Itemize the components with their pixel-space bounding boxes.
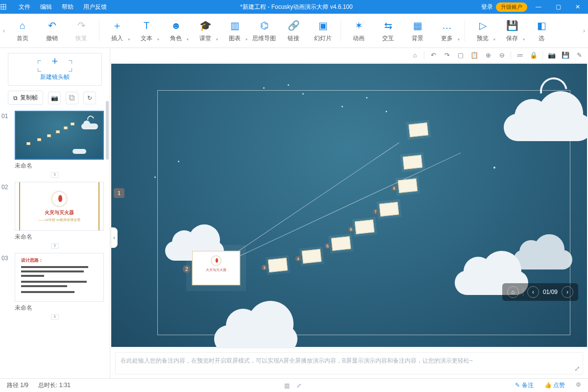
path-node[interactable] [403, 155, 423, 170]
ribbon-选[interactable]: ◧选 [527, 19, 556, 43]
ribbon-思维导图[interactable]: ⌬思维导图 [249, 19, 279, 43]
slide-number: 03 [1, 255, 8, 262]
pager-count: 01/09 [543, 289, 558, 295]
save-canvas-icon[interactable]: 💾 [560, 50, 571, 61]
path-node[interactable]: 4 [302, 249, 322, 264]
qr-button[interactable]: ⿻ [66, 92, 78, 104]
ribbon-撤销[interactable]: ↶撤销 [37, 19, 67, 43]
ribbon-label: 思维导图 [249, 34, 279, 43]
menu-feedback[interactable]: 用户反馈 [78, 0, 112, 14]
refresh-icon: ↻ [87, 95, 92, 101]
ribbon-角色[interactable]: ☻角色▾ [161, 19, 191, 43]
rotate-right-icon[interactable]: ↷ [441, 50, 453, 61]
collapse-sidebar-button[interactable]: ‹ [111, 227, 118, 248]
titlebar: 文件 编辑 帮助 用户反馈 *新建工程 - Focusky动画演示大师 v4.6… [0, 0, 588, 14]
path-node[interactable]: 5 [331, 236, 351, 251]
slide-thumb[interactable]: 01未命名⧗ [0, 110, 110, 181]
ribbon-icon: … [432, 19, 462, 32]
ribbon-插入[interactable]: ＋插入▾ [102, 19, 132, 43]
pager-prev-button[interactable]: ‹ [527, 286, 539, 298]
ribbon-保存[interactable]: 💾保存▾ [497, 19, 527, 43]
minimize-button[interactable]: — [530, 0, 547, 14]
canvas-pager: ⌂ ‹ 01/09 › [502, 283, 578, 301]
ribbon-图表[interactable]: ▥图表▾ [220, 19, 249, 43]
node-number: 2 [183, 265, 191, 273]
ribbon-首页[interactable]: ⌂首页 [8, 19, 37, 43]
ribbon-链接[interactable]: 🔗链接 [279, 19, 308, 43]
status-mid-icon[interactable]: ▥ [284, 382, 290, 389]
expand-notes-icon[interactable]: ⤢ [574, 365, 580, 372]
menu-file[interactable]: 文件 [14, 0, 35, 14]
ribbon-恢复[interactable]: ↷恢复 [67, 19, 96, 43]
maximize-button[interactable]: ▢ [550, 0, 566, 14]
ribbon-动画[interactable]: ✶动画 [344, 19, 373, 43]
refresh-button[interactable]: ↻ [83, 92, 96, 104]
canvas-area[interactable]: 1 ‹ 2 火灾与灭火器 345678 [111, 64, 587, 347]
path-marker-1[interactable]: 1 [114, 188, 124, 198]
ribbon-label: 幻灯片 [308, 34, 338, 43]
zoom-out-icon[interactable]: ⊖ [496, 50, 508, 61]
upgrade-button[interactable]: 升级账户 [496, 2, 527, 12]
status-mid-icon[interactable]: ⤢ [296, 382, 301, 389]
ribbon-next-icon[interactable]: › [580, 27, 588, 34]
notes-input[interactable]: 在此处输入您的备注内容，在预览时开启双屏模式，可以实现A屏全屏播放演示内容，B屏… [115, 352, 583, 374]
ribbon-交互[interactable]: ⇆交互 [373, 19, 403, 43]
ribbon-label: 保存 [497, 34, 527, 43]
path-node[interactable]: 3 [268, 258, 288, 272]
ribbon-预览[interactable]: ▷预览▾ [468, 19, 497, 43]
pager-home-button[interactable]: ⌂ [507, 286, 519, 298]
login-link[interactable]: 登录 [481, 3, 493, 11]
chevron-down-icon: ▾ [187, 37, 189, 42]
ribbon-label: 角色 [161, 34, 191, 43]
ribbon-幻灯片[interactable]: ▣幻灯片 [308, 19, 338, 43]
zoom-in-icon[interactable]: ⊕ [482, 50, 494, 61]
path-node[interactable]: 7 [379, 202, 399, 217]
ribbon-label: 交互 [373, 34, 403, 43]
path-node[interactable] [409, 122, 429, 137]
like-button[interactable]: 👍 点赞 [544, 381, 565, 390]
menu-help[interactable]: 帮助 [57, 0, 78, 14]
lock-icon[interactable]: 🔒 [528, 50, 539, 61]
ribbon-icon: ＋ [102, 19, 132, 32]
path-node[interactable]: 8 [398, 178, 418, 193]
notes-toggle-button[interactable]: ✎ 备注 [515, 381, 533, 390]
qr-icon: ⿻ [69, 95, 75, 101]
ribbon-背景[interactable]: ▦背景 [403, 19, 432, 43]
close-button[interactable]: ✕ [569, 0, 586, 14]
main-node[interactable]: 2 火灾与灭火器 [192, 251, 240, 285]
ribbon-icon: ▥ [220, 19, 249, 32]
slide-caption: 未命名 [15, 162, 104, 170]
ribbon-icon: 🔗 [279, 19, 308, 32]
rotate-left-icon[interactable]: ↶ [427, 50, 439, 61]
settings-icon[interactable]: ⚙ [576, 381, 581, 390]
pager-next-button[interactable]: › [562, 286, 573, 298]
paste-icon[interactable]: 📋 [468, 50, 480, 61]
ribbon-label: 选 [527, 34, 556, 43]
slide-timer-icon: ⧗ [51, 172, 59, 178]
edit-canvas-icon[interactable]: ✎ [573, 50, 585, 61]
ribbon-课堂[interactable]: 🎓课堂▾ [191, 19, 220, 43]
slide-timer-icon: ⧗ [51, 243, 59, 249]
ribbon-label: 更多 [432, 34, 462, 43]
menu-edit[interactable]: 编辑 [35, 0, 57, 14]
fit-screen-icon[interactable]: ▢ [455, 50, 466, 61]
align-icon[interactable]: ≔ [514, 50, 526, 61]
status-path: 路径 1/9 [7, 381, 28, 390]
ribbon-更多[interactable]: …更多▾ [432, 19, 462, 43]
slide-thumb[interactable]: 02火灾与灭火器——xx学校 xx教师讲课使用未命名⧗ [0, 181, 110, 252]
snapshot-icon[interactable]: 📷 [546, 50, 558, 61]
status-bar: 路径 1/9 总时长: 1:31 ▥ ⤢ ✎ 备注 👍 点赞 ⚙ [0, 378, 588, 392]
ribbon-icon: ▷ [468, 19, 497, 32]
chevron-down-icon: ▾ [245, 37, 247, 42]
new-frame-button[interactable]: + 新建镜头帧 [8, 53, 102, 86]
home-view-icon[interactable]: ⌂ [409, 50, 421, 61]
slide-thumb[interactable]: 03设计思路：未命名⧗ [0, 252, 110, 323]
camera-button[interactable]: 📷 [48, 92, 61, 104]
menu-bar: 文件 编辑 帮助 用户反馈 [14, 0, 112, 14]
path-node[interactable]: 6 [355, 220, 375, 234]
ribbon-文本[interactable]: T文本▾ [132, 19, 161, 43]
copy-frame-button[interactable]: ⧉ 复制帧 [8, 91, 43, 105]
ribbon-prev-icon[interactable]: ‹ [0, 27, 8, 34]
copy-icon: ⧉ [13, 95, 18, 101]
notes-panel: 在此处输入您的备注内容，在预览时开启双屏模式，可以实现A屏全屏播放演示内容，B屏… [110, 348, 588, 378]
